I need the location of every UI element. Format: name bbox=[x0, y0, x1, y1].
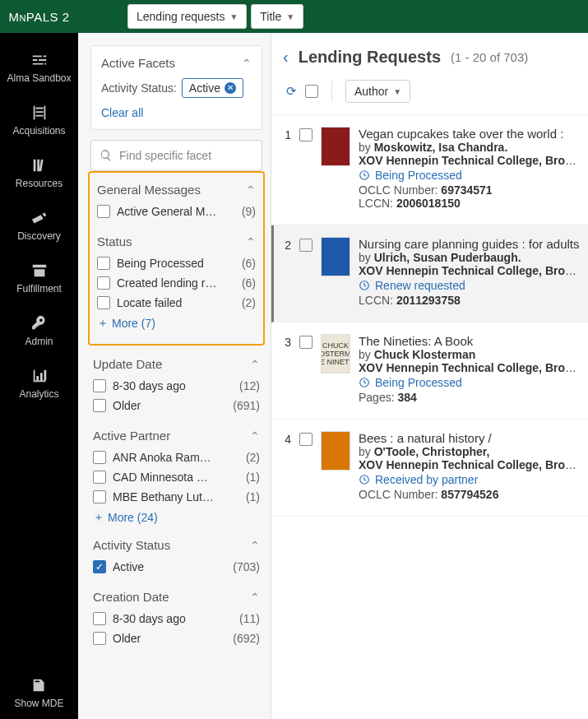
facet-item[interactable]: Active(703) bbox=[93, 557, 260, 577]
sidenav: Alma Sandbox Acquisitions Resources Disc… bbox=[0, 33, 78, 719]
chevron-down-icon: ▼ bbox=[393, 87, 401, 96]
checkbox[interactable] bbox=[97, 205, 110, 218]
clock-icon bbox=[359, 377, 370, 388]
book-thumbnail bbox=[321, 127, 350, 166]
facet-item[interactable]: ANR Anoka Ram…(2) bbox=[93, 448, 260, 467]
meta-line: LCCN: 2011293758 bbox=[359, 294, 583, 307]
checkbox[interactable] bbox=[93, 471, 106, 484]
item-author: by Ulrich, Susan Puderbaugh. bbox=[359, 251, 583, 264]
telescope-icon bbox=[30, 209, 49, 227]
top-bar: MNPALS 2 Lending requests▼ Title▼ bbox=[0, 0, 588, 33]
checkbox[interactable] bbox=[97, 276, 110, 290]
select-all-checkbox[interactable] bbox=[305, 85, 318, 98]
item-location: XOV Hennepin Technical College, Brooklyn… bbox=[359, 458, 583, 471]
result-row[interactable]: 3 CHUCK KLOSTERMAN THE NINETIES The Nine… bbox=[271, 322, 588, 420]
item-author: by Moskowitz, Isa Chandra. bbox=[359, 141, 583, 154]
facet-item[interactable]: Created lending r…(6) bbox=[97, 273, 256, 293]
brand-logo[interactable]: MNPALS 2 bbox=[0, 0, 78, 33]
row-number: 2 bbox=[276, 237, 291, 307]
sidenav-item-resources[interactable]: Resources bbox=[0, 146, 78, 199]
facet-item[interactable]: Locate failed(2) bbox=[97, 293, 256, 313]
facet-item[interactable]: Being Processed(6) bbox=[97, 253, 256, 273]
main-panel: ‹ Lending Requests (1 - 20 of 703) ⟳ Aut… bbox=[271, 33, 588, 719]
item-author: by O'Toole, Christopher, bbox=[359, 445, 583, 458]
book-thumbnail bbox=[321, 237, 350, 276]
facet-item[interactable]: Older(692) bbox=[93, 629, 260, 648]
sidenav-item-discovery[interactable]: Discovery bbox=[0, 199, 78, 252]
sidenav-item-analytics[interactable]: Analytics bbox=[0, 357, 78, 410]
search-icon bbox=[100, 149, 113, 162]
active-facet-chip[interactable]: Active ✕ bbox=[182, 78, 243, 98]
sidenav-item-acquisitions[interactable]: Acquisitions bbox=[0, 94, 78, 146]
toolbar: ⟳ Author▼ bbox=[271, 75, 588, 115]
item-status: Received by partner bbox=[359, 473, 583, 486]
top-dropdown-field[interactable]: Title▼ bbox=[251, 4, 303, 29]
plus-icon: ＋ bbox=[93, 510, 104, 525]
page-title: Lending Requests bbox=[299, 48, 441, 67]
result-row[interactable]: 2 Nursing care planning guides : for adu… bbox=[271, 225, 588, 322]
item-title: Vegan cupcakes take over the world : bbox=[359, 127, 583, 141]
checkbox[interactable] bbox=[93, 451, 106, 464]
clock-icon bbox=[359, 474, 370, 485]
checkbox[interactable] bbox=[93, 612, 106, 625]
chevron-up-icon[interactable]: ⌃ bbox=[250, 358, 260, 371]
sidenav-item-admin[interactable]: Admin bbox=[0, 304, 78, 357]
more-link[interactable]: ＋More (7) bbox=[97, 313, 256, 331]
book-thumbnail bbox=[321, 431, 350, 471]
document-icon bbox=[30, 676, 49, 694]
row-checkbox[interactable] bbox=[299, 433, 313, 446]
item-location: XOV Hennepin Technical College, Brooklyn… bbox=[359, 361, 583, 374]
facet-search-input[interactable]: Find specific facet bbox=[90, 140, 262, 171]
item-status: Being Processed bbox=[359, 376, 583, 389]
sidenav-item-fulfillment[interactable]: Fulfillment bbox=[0, 252, 78, 304]
item-status: Being Processed bbox=[359, 169, 583, 182]
archive-icon bbox=[30, 262, 49, 280]
facet-item[interactable]: 8-30 days ago(11) bbox=[93, 609, 260, 629]
meta-line: Pages: 384 bbox=[359, 391, 583, 404]
facet-item[interactable]: Older(691) bbox=[93, 396, 260, 415]
more-link[interactable]: ＋More (24) bbox=[93, 507, 260, 525]
chevron-up-icon[interactable]: ⌃ bbox=[246, 235, 256, 248]
clock-icon bbox=[359, 169, 370, 181]
result-row[interactable]: 4 Bees : a natural history / by O'Toole,… bbox=[271, 420, 588, 517]
chevron-up-icon[interactable]: ⌃ bbox=[250, 429, 260, 443]
sidenav-item-mde[interactable]: Show MDE bbox=[0, 666, 78, 719]
sidenav-item-sandbox[interactable]: Alma Sandbox bbox=[0, 41, 78, 94]
facet-item[interactable]: CAD Minnesota …(1) bbox=[93, 467, 260, 487]
chevron-up-icon[interactable]: ⌃ bbox=[250, 591, 260, 604]
checkbox[interactable] bbox=[97, 296, 110, 309]
checkbox[interactable] bbox=[93, 379, 106, 392]
facet-item[interactable]: Active General M… (9) bbox=[97, 202, 256, 221]
remove-facet-icon[interactable]: ✕ bbox=[225, 82, 236, 94]
meta-line: OCLC Number: 69734571 bbox=[359, 183, 583, 197]
checkbox[interactable] bbox=[97, 257, 110, 270]
active-facets-title: Active Facets bbox=[101, 56, 175, 70]
checkbox[interactable] bbox=[93, 560, 106, 573]
chevron-up-icon[interactable]: ⌃ bbox=[246, 183, 256, 197]
facet-item[interactable]: 8-30 days ago(12) bbox=[93, 376, 260, 396]
row-checkbox[interactable] bbox=[299, 128, 313, 141]
checkbox[interactable] bbox=[93, 490, 106, 503]
item-title: Nursing care planning guides : for adult… bbox=[359, 237, 583, 251]
books-icon bbox=[30, 156, 49, 174]
refresh-icon[interactable]: ⟳ bbox=[286, 84, 297, 99]
checkbox[interactable] bbox=[93, 399, 106, 412]
results-list[interactable]: 1 Vegan cupcakes take over the world : b… bbox=[271, 115, 588, 719]
row-checkbox[interactable] bbox=[299, 336, 313, 349]
checkbox[interactable] bbox=[93, 632, 106, 645]
highlighted-facets: General Messages ⌃ Active General M… (9)… bbox=[88, 171, 265, 346]
top-dropdown-type[interactable]: Lending requests▼ bbox=[127, 4, 247, 29]
item-title: Bees : a natural history / bbox=[359, 431, 583, 445]
af-label: Activity Status: bbox=[101, 81, 177, 95]
chevron-up-icon[interactable]: ⌃ bbox=[242, 57, 252, 70]
meta-line: LCCN: 2006018150 bbox=[359, 197, 583, 210]
meta-line: OCLC Number: 857794526 bbox=[359, 488, 583, 501]
result-row[interactable]: 1 Vegan cupcakes take over the world : b… bbox=[271, 115, 588, 225]
facet-item[interactable]: MBE Bethany Lut…(1) bbox=[93, 487, 260, 507]
sort-dropdown[interactable]: Author▼ bbox=[345, 80, 410, 103]
row-checkbox[interactable] bbox=[299, 239, 313, 252]
chevron-up-icon[interactable]: ⌃ bbox=[250, 539, 260, 552]
back-button[interactable]: ‹ bbox=[280, 48, 292, 67]
clear-all-link[interactable]: Clear all bbox=[101, 106, 252, 119]
chevron-down-icon: ▼ bbox=[229, 12, 238, 21]
